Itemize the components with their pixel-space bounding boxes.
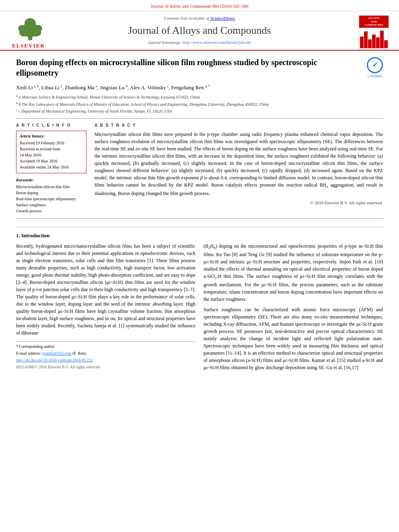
introduction-section: 1. Introduction Recently, hydrogenated m… [16, 227, 383, 371]
abstract-column: A B S T R A C T Microcrystalline silicon… [95, 123, 383, 214]
revised-label: Received in revised form [20, 146, 83, 152]
article-body: A R T I C L E I N F O Article history: R… [16, 123, 383, 214]
authors-line: Xinli Li a, b, Lihua Li a, Zhanhong Ma a… [16, 84, 383, 92]
copyright-line: © 2016 Elsevier B.V. All rights reserved… [95, 199, 383, 206]
affil-c: c Department of Mechanical Engineering, … [19, 109, 172, 113]
keywords-section: Keywords: Microcrystalline silicon thin … [16, 177, 86, 214]
intro-two-col: Recently, hydrogenated micro/nanocrystal… [16, 242, 383, 371]
svg-point-5 [34, 25, 42, 32]
article-history-box: Article history: Received 19 February 20… [16, 131, 86, 173]
email-label: E-mail address: [16, 351, 41, 355]
section-title: Introduction [21, 232, 50, 238]
journal-citation: Journal of Alloys and Compounds 684 (201… [151, 4, 249, 8]
intro-left-text: Recently, hydrogenated micro/nanocrystal… [16, 242, 195, 337]
doi-link[interactable]: http://dx.doi.org/10.1016/j.jallcom.2016… [16, 358, 93, 362]
divider-2 [16, 218, 383, 219]
email-line: E-mail address: lyrenf2@163.com (F. Ren)… [16, 350, 195, 356]
analyzed-word: analyzed [319, 146, 337, 152]
affil-b: b The Key Laboratory of Materials Physic… [19, 102, 269, 107]
keywords-title: Keywords: [16, 177, 86, 183]
elsevier-logo-area: ELSEVIER [8, 15, 52, 51]
corresponding-label: * Corresponding author. [16, 343, 195, 349]
doi-line: http://dx.doi.org/10.1016/j.jallcom.2016… [16, 357, 195, 363]
history-title: Article history: [20, 134, 83, 139]
issn-line: 0925-8388/© 2016 Elsevier B.V. All right… [16, 364, 195, 370]
section-number: 1. [16, 232, 20, 238]
article-info-title: A R T I C L E I N F O [16, 123, 86, 128]
elsevier-brand-text: ELSEVIER [12, 42, 45, 49]
keyword-3: Real-time spectroscopic ellipsometry [16, 196, 86, 202]
intro-right-col: (B2H6) doping on the microstructural and… [204, 242, 383, 371]
received-date: Received 19 February 2016 [20, 140, 83, 146]
paper-title: Boron doping effects on microcrystalline… [16, 57, 360, 78]
abstract-text: Microcrystalline silicon thin films were… [95, 131, 383, 206]
contents-label: Contents lists available at [164, 16, 209, 21]
journal-header: Journal of Alloys and Compounds 684 (201… [0, 0, 399, 51]
journal-banner-center: Contents lists available at ScienceDirec… [8, 15, 391, 45]
divider-1 [16, 118, 383, 119]
email-link[interactable]: lyrenf2@163.com [42, 351, 72, 355]
available-date: Available online 24 May 2016 [20, 164, 83, 170]
svg-point-6 [25, 18, 36, 29]
sciencedirect-link[interactable]: ScienceDirect [210, 16, 235, 21]
intro-left-col: Recently, hydrogenated micro/nanocrystal… [16, 242, 195, 371]
crossmark-label: CrossMark [367, 74, 383, 78]
crossmark-icon[interactable]: ✓ [367, 57, 383, 73]
homepage-label: journal homepage: [148, 40, 181, 45]
main-content: Boron doping effects on microcrystalline… [0, 51, 399, 380]
intro-right-text-2: Surface roughness can be characterized w… [204, 306, 383, 371]
keyword-4: Surface roughness [16, 202, 86, 208]
abstract-title: A B S T R A C T [95, 123, 383, 128]
affil-a: a Materials Science & Engineering School… [19, 95, 200, 100]
cover-chart [359, 28, 389, 49]
homepage-link[interactable]: http://www.elsevier.com/locate/jalcom [183, 40, 251, 45]
cover-title-text: ALLOYSANDCOMPOUNDS [359, 16, 389, 27]
corresponding-text: * Corresponding author. [16, 344, 55, 349]
footnote-area: * Corresponding author. E-mail address: … [16, 341, 195, 370]
paper-title-section: Boron doping effects on microcrystalline… [16, 57, 383, 80]
intro-heading: 1. Introduction [16, 232, 383, 239]
revised-date: 14 May 2016 [20, 152, 83, 158]
svg-point-4 [18, 25, 26, 32]
accepted-date: Accepted 19 May 2016 [20, 158, 83, 164]
elsevier-tree-icon [12, 17, 48, 41]
affiliations: a a Materials Science & Engineering Scho… [16, 94, 383, 114]
keyword-1: Microcrystalline silicon thin film [16, 184, 86, 190]
journal-title: Journal of Alloys and Compounds [8, 23, 391, 38]
keyword-2: Boron doping [16, 190, 86, 196]
article-info-column: A R T I C L E I N F O Article history: R… [16, 123, 86, 214]
keyword-5: Growth process [16, 208, 86, 214]
journal-cover: ALLOYSANDCOMPOUNDS [359, 15, 391, 51]
crossmark-area[interactable]: ✓ CrossMark [367, 57, 383, 78]
intro-right-text: (B2H6) doping on the microstructural and… [204, 242, 383, 303]
email-suffix: (F. Ren). [72, 351, 86, 355]
